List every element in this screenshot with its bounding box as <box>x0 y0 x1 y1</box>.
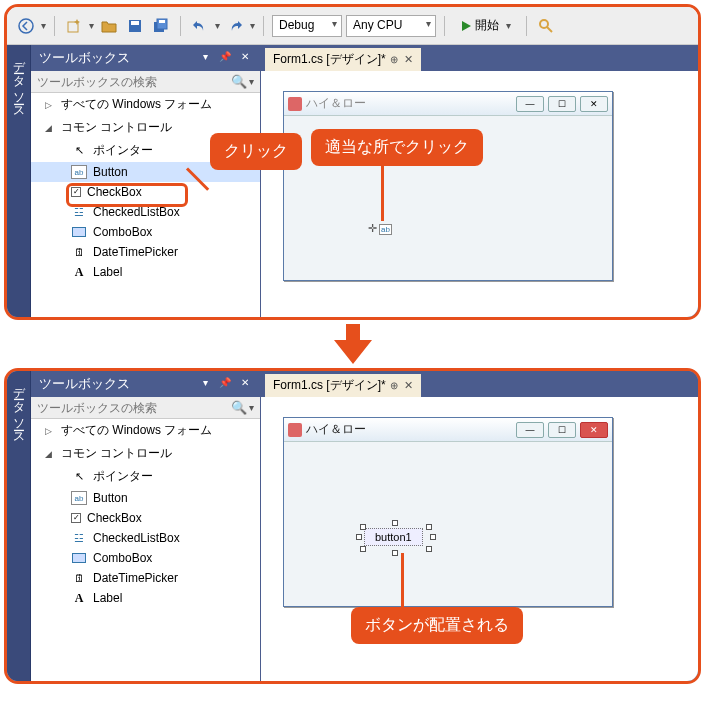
tree-item-button[interactable]: abButton <box>31 488 260 508</box>
checkbox-icon: ✓ <box>71 513 81 523</box>
toolbox-title-text: ツールボックス <box>39 49 130 67</box>
tree-item-datetimepicker[interactable]: 🗓DateTimePicker <box>31 568 260 588</box>
redo-button[interactable] <box>224 15 246 37</box>
toolbox-search-box[interactable]: 🔍 ▾ <box>31 397 260 419</box>
design-canvas[interactable]: ハイ＆ロー — ☐ ✕ ✛ab 適当な所でクリック <box>261 71 698 317</box>
form-minimize-button[interactable]: — <box>516 422 544 438</box>
toolbox-dropdown-button[interactable]: ▾ <box>198 377 212 391</box>
designed-form[interactable]: ハイ＆ロー — ☐ ✕ button1 <box>283 417 613 607</box>
main-toolbar: ▾ ▾ ▾ ▾ Debug Any CPU 開始 ▾ <box>7 7 698 45</box>
form-icon <box>288 97 302 111</box>
callout-line <box>401 553 404 607</box>
toolbox-pin-button[interactable]: 📌 <box>218 377 232 391</box>
datetimepicker-icon: 🗓 <box>71 245 87 259</box>
document-tab-strip: Form1.cs [デザイン]* ⊕ ✕ <box>261 371 698 397</box>
toolbox-panel: ツールボックス ▾ 📌 ✕ 🔍 ▾ ▷ すべての Windows フォーム <box>31 45 261 317</box>
toolbox-panel: ツールボックス ▾ 📌 ✕ 🔍 ▾ ▷すべての Windows フォーム ◢コモ… <box>31 371 261 681</box>
tree-item-checkedlistbox[interactable]: ☳CheckedListBox <box>31 202 260 222</box>
open-button[interactable] <box>98 15 120 37</box>
drop-cursor-indicator: ✛ab <box>368 222 392 235</box>
document-tab-strip: Form1.cs [デザイン]* ⊕ ✕ <box>261 45 698 71</box>
toolbox-search-input[interactable] <box>37 401 231 415</box>
toolbox-titlebar: ツールボックス ▾ 📌 ✕ <box>31 371 260 397</box>
search-icon[interactable]: 🔍 <box>231 74 247 89</box>
tree-item-datetimepicker[interactable]: 🗓DateTimePicker <box>31 242 260 262</box>
tree-item-checkedlistbox[interactable]: ☳CheckedListBox <box>31 528 260 548</box>
svg-point-0 <box>19 19 33 33</box>
file-tab-form1[interactable]: Form1.cs [デザイン]* ⊕ ✕ <box>265 48 421 71</box>
form-minimize-button[interactable]: — <box>516 96 544 112</box>
callout-button-placed: ボタンが配置される <box>351 607 523 644</box>
checkbox-icon: ✓ <box>71 187 81 197</box>
tree-item-combobox[interactable]: ComboBox <box>31 222 260 242</box>
design-area: Form1.cs [デザイン]* ⊕ ✕ ハイ＆ロー — ☐ <box>261 45 698 317</box>
tree-item-label[interactable]: ALabel <box>31 262 260 282</box>
save-button[interactable] <box>124 15 146 37</box>
tree-item-combobox[interactable]: ComboBox <box>31 548 260 568</box>
undo-button[interactable] <box>189 15 211 37</box>
callout-click-anywhere: 適当な所でクリック <box>311 129 483 166</box>
tree-group-common[interactable]: ◢コモン コントロール <box>31 442 260 465</box>
button-icon: ab <box>71 165 87 179</box>
tree-item-label[interactable]: ALabel <box>31 588 260 608</box>
tree-group-all-forms[interactable]: ▷すべての Windows フォーム <box>31 419 260 442</box>
button-icon: ab <box>71 491 87 505</box>
toolbox-tree: ▷ すべての Windows フォーム ◢ コモン コントロール ↖ポインター … <box>31 93 260 317</box>
play-icon <box>460 20 472 32</box>
new-item-button[interactable] <box>63 15 85 37</box>
form-maximize-button[interactable]: ☐ <box>548 422 576 438</box>
tab-close-button[interactable]: ✕ <box>404 53 413 66</box>
start-label: 開始 <box>475 17 499 34</box>
find-button[interactable] <box>535 15 557 37</box>
config-combo[interactable]: Debug <box>272 15 342 37</box>
expand-icon: ▷ <box>45 100 55 110</box>
callout-line <box>381 165 384 221</box>
form-close-button[interactable]: ✕ <box>580 422 608 438</box>
pointer-icon: ↖ <box>71 144 87 158</box>
toolbox-pin-button[interactable]: 📌 <box>218 51 232 65</box>
toolbox-titlebar: ツールボックス ▾ 📌 ✕ <box>31 45 260 71</box>
callout-click: クリック <box>210 133 302 170</box>
svg-point-7 <box>540 20 548 28</box>
form-close-button[interactable]: ✕ <box>580 96 608 112</box>
design-canvas[interactable]: ハイ＆ロー — ☐ ✕ button1 <box>261 397 698 681</box>
toolbox-dropdown-button[interactable]: ▾ <box>198 51 212 65</box>
toolbox-search-input[interactable] <box>37 75 231 89</box>
checkedlistbox-icon: ☳ <box>71 205 87 219</box>
combobox-icon <box>71 225 87 239</box>
form-title-text: ハイ＆ロー <box>306 421 516 438</box>
label-icon: A <box>71 591 87 605</box>
nav-back-button[interactable] <box>15 15 37 37</box>
toolbox-close-button[interactable]: ✕ <box>238 377 252 391</box>
tab-pin-button[interactable]: ⊕ <box>390 380 398 391</box>
form-title-text: ハイ＆ロー <box>306 95 516 112</box>
form-icon <box>288 423 302 437</box>
placed-button1[interactable]: button1 <box>364 528 423 546</box>
toolbox-search-box[interactable]: 🔍 ▾ <box>31 71 260 93</box>
tab-close-button[interactable]: ✕ <box>404 379 413 392</box>
svg-rect-3 <box>131 21 139 25</box>
tree-item-pointer[interactable]: ↖ポインター <box>31 465 260 488</box>
start-button[interactable]: 開始 ▾ <box>453 14 518 37</box>
checkedlistbox-icon: ☳ <box>71 531 87 545</box>
design-area: Form1.cs [デザイン]* ⊕ ✕ ハイ＆ロー — ☐ <box>261 371 698 681</box>
datetimepicker-icon: 🗓 <box>71 571 87 585</box>
platform-combo[interactable]: Any CPU <box>346 15 436 37</box>
tree-item-checkbox[interactable]: ✓CheckBox <box>31 182 260 202</box>
file-tab-form1[interactable]: Form1.cs [デザイン]* ⊕ ✕ <box>265 374 421 397</box>
tab-pin-button[interactable]: ⊕ <box>390 54 398 65</box>
tree-group-all-forms[interactable]: ▷ すべての Windows フォーム <box>31 93 260 116</box>
form-titlebar: ハイ＆ロー — ☐ ✕ <box>284 418 612 442</box>
tree-item-checkbox[interactable]: ✓CheckBox <box>31 508 260 528</box>
toolbox-close-button[interactable]: ✕ <box>238 51 252 65</box>
form-titlebar: ハイ＆ロー — ☐ ✕ <box>284 92 612 116</box>
toolbox-title-text: ツールボックス <box>39 375 130 393</box>
toolbox-tree: ▷すべての Windows フォーム ◢コモン コントロール ↖ポインター ab… <box>31 419 260 681</box>
designed-form[interactable]: ハイ＆ロー — ☐ ✕ ✛ab <box>283 91 613 281</box>
form-maximize-button[interactable]: ☐ <box>548 96 576 112</box>
search-icon[interactable]: 🔍 <box>231 400 247 415</box>
save-all-button[interactable] <box>150 15 172 37</box>
combobox-icon <box>71 551 87 565</box>
datasources-side-tab[interactable]: データ ソース <box>7 45 31 317</box>
datasources-side-tab[interactable]: データ ソース <box>7 371 31 681</box>
